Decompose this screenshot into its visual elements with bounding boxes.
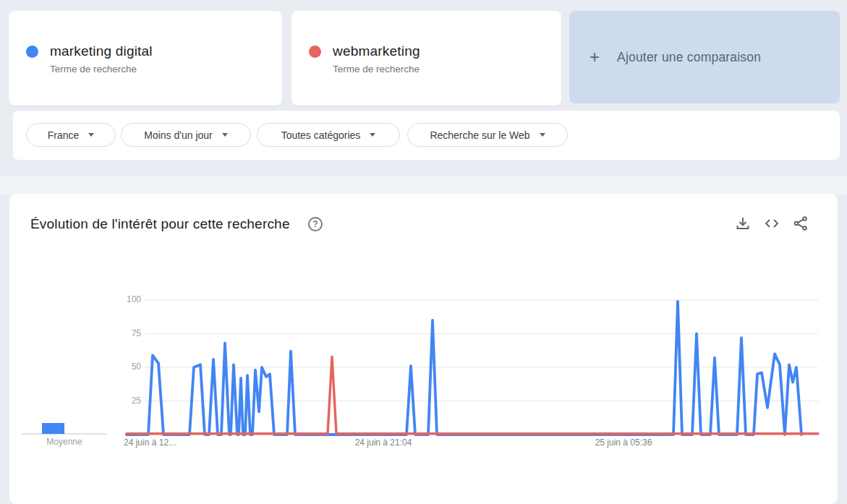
y-axis-tick-label: 75 (108, 328, 141, 338)
trends-line-chart[interactable] (0, 0, 847, 504)
y-axis-tick-label: 100 (108, 294, 141, 304)
y-axis-tick-label: 25 (108, 396, 141, 406)
x-axis-tick-label: 25 juin à 05:36 (566, 437, 681, 448)
y-axis-tick-label: 50 (108, 362, 141, 372)
x-axis-tick-label: 24 juin à 12… (124, 437, 210, 448)
series-line-marketing-digital (127, 302, 801, 435)
google-trends-explore-page: marketing digital Terme de recherche web… (0, 0, 847, 504)
x-axis-tick-label: 24 juin à 21:04 (325, 437, 441, 448)
